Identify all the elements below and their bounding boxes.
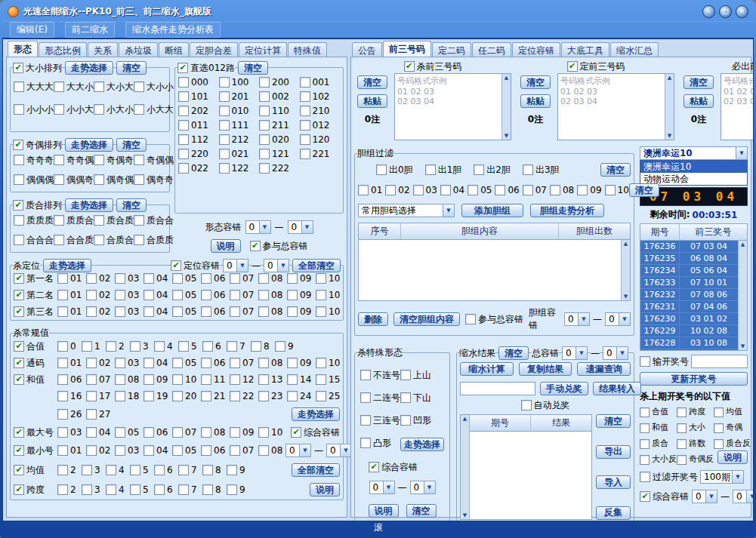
history-row[interactable]: 176234 05 06 04 xyxy=(640,265,738,277)
changgui-clear-all-button[interactable]: 全部清空 xyxy=(292,463,340,477)
number-checkbox[interactable]: 05 xyxy=(115,427,142,438)
kill-option-checkbox[interactable]: 质合 xyxy=(640,438,677,449)
special-pattern-checkbox[interactable]: 下山 xyxy=(400,392,444,403)
history-row[interactable]: 176233 07 10 01 xyxy=(640,277,738,289)
number-checkbox[interactable]: 08 xyxy=(258,273,285,284)
manual-check-button[interactable]: 手动兑奖 xyxy=(540,382,588,395)
number-checkbox[interactable]: 09 xyxy=(287,358,314,368)
number-checkbox[interactable]: 1 xyxy=(82,341,104,352)
number-checkbox[interactable]: 10 xyxy=(316,306,343,317)
changgui-combined-tol-checkbox[interactable]: 综合容错 xyxy=(291,427,340,438)
number-checkbox[interactable]: 07 xyxy=(86,374,113,385)
menu-item[interactable]: 前二缩水 xyxy=(65,22,115,38)
lu012-option-checkbox[interactable]: 122 xyxy=(219,163,260,174)
number-checkbox[interactable]: 15 xyxy=(316,374,343,385)
number-checkbox[interactable]: 02 xyxy=(86,273,113,284)
number-checkbox[interactable]: 18 xyxy=(115,391,142,401)
teshu-combined-tol-checkbox[interactable]: 综合容错 xyxy=(369,462,418,472)
lu012-option-checkbox[interactable]: 212 xyxy=(219,134,260,145)
danzu-join-total-checkbox[interactable]: 参与总容错 xyxy=(465,314,523,324)
number-checkbox[interactable]: 6 xyxy=(154,465,177,475)
number-checkbox[interactable]: 01 xyxy=(57,358,85,368)
pattern-option-checkbox[interactable]: 合合合 xyxy=(14,235,54,245)
number-checkbox[interactable]: 04 xyxy=(143,306,171,317)
lottery-tol-max-combo[interactable]: 0 xyxy=(733,490,754,503)
dan-number-checkbox[interactable]: 03 xyxy=(413,185,437,195)
left-tab[interactable]: 关系 xyxy=(88,42,118,57)
left-tab[interactable]: 形态比例 xyxy=(39,42,87,57)
pattern-option-checkbox[interactable]: 大大小 xyxy=(54,81,94,92)
lu012-option-checkbox[interactable]: 201 xyxy=(219,91,260,102)
total-tol-max-combo[interactable]: 0 xyxy=(603,346,628,360)
number-checkbox[interactable]: 3 xyxy=(130,341,153,352)
number-checkbox[interactable]: 27 xyxy=(86,409,113,420)
number-checkbox[interactable]: 7 xyxy=(227,341,249,352)
copy-result-button[interactable]: 复制结果 xyxy=(519,362,572,376)
history-row[interactable]: 176235 06 08 04 xyxy=(640,253,738,265)
number-checkbox[interactable]: 08 xyxy=(258,445,285,456)
number-checkbox[interactable]: 09 xyxy=(287,290,314,300)
right-tab[interactable]: 前三号码 xyxy=(383,41,431,57)
dan-number-checkbox[interactable]: 10 xyxy=(605,185,629,195)
lu012-option-checkbox[interactable]: 020 xyxy=(259,134,300,145)
number-checkbox[interactable]: 5 xyxy=(130,484,153,495)
daxiao-clear-button[interactable]: 清空 xyxy=(116,61,147,75)
right-tab[interactable]: 缩水汇总 xyxy=(610,42,659,57)
pattern-option-checkbox[interactable]: 大小大 xyxy=(94,81,134,92)
pattern-option-checkbox[interactable]: 大小小 xyxy=(134,81,174,92)
pattern-option-checkbox[interactable]: 合合质 xyxy=(54,235,94,245)
xingtai-explain-button[interactable]: 说明 xyxy=(211,239,241,253)
number-checkbox[interactable]: 01 xyxy=(57,445,85,456)
dan-count-checkbox[interactable]: 出0胆 xyxy=(376,164,413,175)
dan-number-checkbox[interactable]: 05 xyxy=(467,185,492,195)
special-pattern-checkbox[interactable]: 凹形 xyxy=(400,415,444,426)
dingwei-trend-button[interactable]: 走势选择 xyxy=(43,259,91,272)
xingtai-join-total-checkbox[interactable]: 参与总容错 xyxy=(250,241,308,251)
pattern-option-checkbox[interactable]: 质合合 xyxy=(134,215,174,226)
number-checkbox[interactable]: 05 xyxy=(172,273,199,284)
number-checkbox[interactable]: 10 xyxy=(316,290,343,300)
history-row[interactable]: 176228 03 10 08 xyxy=(640,337,738,349)
number-checkbox[interactable]: 17 xyxy=(86,391,113,401)
left-tab[interactable]: 定胆合差 xyxy=(190,42,238,57)
number-checkbox[interactable]: 01 xyxy=(57,306,85,317)
pattern-option-checkbox[interactable]: 奇奇奇 xyxy=(14,155,54,165)
number-checkbox[interactable]: 05 xyxy=(172,290,199,300)
lu012-option-checkbox[interactable]: 120 xyxy=(300,134,341,145)
must-sanma-paste-button[interactable]: 粘贴 xyxy=(683,94,714,108)
number-checkbox[interactable]: 7 xyxy=(178,484,201,495)
number-checkbox[interactable]: 4 xyxy=(154,341,177,352)
number-checkbox[interactable]: 9 xyxy=(275,341,298,352)
kill-option-checkbox[interactable]: 大小反 xyxy=(640,454,677,465)
number-checkbox[interactable]: 10 xyxy=(316,358,343,368)
teshu-clear-button[interactable]: 清空 xyxy=(406,504,437,518)
number-checkbox[interactable]: 2 xyxy=(57,484,80,495)
number-checkbox[interactable]: 02 xyxy=(86,290,113,300)
number-checkbox[interactable]: 4 xyxy=(106,484,128,495)
zhihe-clear-button[interactable]: 清空 xyxy=(116,198,147,212)
minimize-button[interactable]: – xyxy=(702,5,715,18)
lu012-option-checkbox[interactable]: 121 xyxy=(259,149,300,159)
jiou-clear-button[interactable]: 清空 xyxy=(116,138,147,152)
number-checkbox[interactable]: 06 xyxy=(201,290,228,300)
number-checkbox[interactable]: 6 xyxy=(202,341,225,352)
pattern-option-checkbox[interactable]: 小小小 xyxy=(14,104,54,115)
jiou-checkbox[interactable]: 奇偶排列 xyxy=(13,140,62,150)
number-checkbox[interactable]: 07 xyxy=(230,290,257,300)
number-checkbox[interactable]: 06 xyxy=(57,374,85,385)
number-checkbox[interactable]: 03 xyxy=(115,306,142,317)
must-sanma-textarea[interactable] xyxy=(721,74,754,140)
result-transfer-button[interactable]: 结果转入 xyxy=(593,382,641,395)
number-checkbox[interactable]: 23 xyxy=(258,391,285,401)
dan-count-clear-button[interactable]: 清空 xyxy=(600,163,631,177)
span-checkbox[interactable]: 跨度 xyxy=(14,484,57,495)
number-checkbox[interactable]: 13 xyxy=(258,374,285,385)
dan-number-checkbox[interactable]: 09 xyxy=(577,185,601,195)
max-number-checkbox[interactable]: 最大号 xyxy=(14,427,57,438)
number-checkbox[interactable]: 07 xyxy=(230,306,257,317)
number-checkbox[interactable]: 12 xyxy=(230,374,257,385)
dan-count-checkbox[interactable]: 出1胆 xyxy=(425,164,462,175)
number-checkbox[interactable]: 3 xyxy=(82,465,104,475)
number-checkbox[interactable]: 16 xyxy=(57,391,85,401)
add-danzu-button[interactable]: 添加胆组 xyxy=(461,204,523,217)
